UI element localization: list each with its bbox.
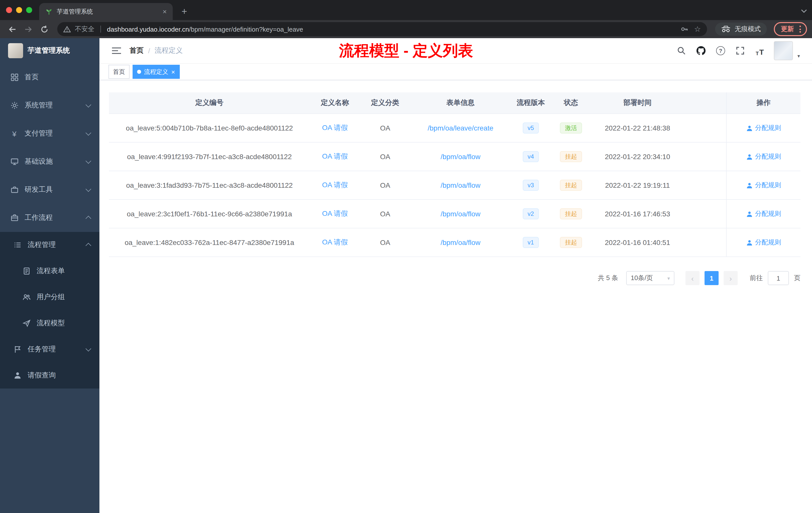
help-icon[interactable]: ? [715,45,726,56]
bookmark-star-icon[interactable]: ☆ [693,25,702,34]
tab-close-icon[interactable]: × [161,7,169,16]
active-tag-dot [137,70,141,74]
deploy-time: 2022-01-16 01:40:51 [605,238,670,246]
header-filler [684,92,726,114]
deploy-time: 2022-01-22 19:19:11 [605,181,670,189]
sidebar-item-user-group[interactable]: 用户分组 [0,284,99,310]
workflow-submenu: 流程管理 流程表单 用户分组 [0,232,99,389]
chrome-update-button[interactable]: 更新 [774,22,807,36]
browser-menu-icon[interactable] [798,26,803,33]
definition-id: oa_leave:5:004b710b-7b8a-11ec-8ef0-acde4… [126,124,293,132]
table-row: oa_leave:3:1fad3d93-7b75-11ec-a3c8-acde4… [109,171,801,200]
pagination: 共 5 条 10条/页 ▾ ‹ 1 › 前往 页 [109,271,801,285]
url-text[interactable]: dashboard.yudao.iocoder.cn/bpm/manager/d… [107,25,676,33]
assign-rule-link[interactable]: 分配规则 [746,181,781,190]
page-size-select[interactable]: 10条/页 ▾ [626,271,674,285]
tag-close-icon[interactable]: × [171,68,175,75]
tag-home[interactable]: 首页 [109,65,129,79]
definition-name-link[interactable]: OA 请假 [322,152,348,161]
search-icon[interactable] [676,45,687,56]
incognito-icon [721,26,731,33]
security-warning-icon[interactable] [63,25,71,33]
sidebar-item-process-management[interactable]: 流程管理 [0,232,99,258]
security-label[interactable]: 不安全 [75,25,94,34]
window-close-button[interactable] [6,7,12,13]
header-operations: 操作 [726,92,801,114]
assign-rule-link[interactable]: 分配规则 [746,123,781,132]
version-tag: v2 [522,208,539,219]
forward-icon[interactable] [21,22,35,36]
briefcase-icon [10,214,19,222]
font-size-icon[interactable]: TT [754,45,765,56]
sidebar-item-leave-query[interactable]: 请假查询 [0,362,99,389]
tag-process-definition[interactable]: 流程定义 × [133,65,179,79]
breadcrumb-home[interactable]: 首页 [129,46,144,55]
user-avatar[interactable] [774,41,793,60]
definition-name-link[interactable]: OA 请假 [322,181,348,190]
update-label: 更新 [781,25,794,34]
sidebar-item-payment[interactable]: ¥ 支付管理 [0,119,99,148]
definition-name-link[interactable]: OA 请假 [322,238,348,247]
sidebar-item-workflow[interactable]: 工作流程 [0,204,99,232]
header-status: 状态 [551,92,591,114]
form-info-link[interactable]: /bpm/oa/flow [441,210,481,218]
header-definition-category: 定义分类 [360,92,410,114]
avatar-caret-icon[interactable]: ▾ [798,53,800,58]
sidebar-logo[interactable]: 芋道管理系统 [0,38,99,63]
form-info-link[interactable]: /bpm/oa/flow [441,238,481,246]
password-key-icon[interactable] [680,25,689,34]
sidebar-item-infrastructure[interactable]: 基础设施 [0,148,99,176]
github-icon[interactable] [696,45,706,56]
header-definition-name: 定义名称 [310,92,360,114]
window-controls [0,0,39,20]
new-tab-button[interactable]: + [178,5,191,18]
prev-page-button[interactable]: ‹ [686,271,699,285]
hamburger-icon[interactable] [108,42,125,60]
dashboard-icon [10,73,19,82]
incognito-label: 无痕模式 [735,25,761,34]
reload-icon[interactable] [37,22,51,36]
assign-rule-link[interactable]: 分配规则 [746,238,781,247]
version-tag: v4 [522,151,539,162]
window-zoom-button[interactable] [26,7,32,13]
address-bar[interactable]: 不安全 dashboard.yudao.iocoder.cn/bpm/manag… [57,22,707,36]
form-info-link[interactable]: /bpm/oa/leave/create [428,124,493,132]
form-info-link[interactable]: /bpm/oa/flow [441,181,481,189]
sidebar-item-task-management[interactable]: 任务管理 [0,336,99,362]
window-minimize-button[interactable] [16,7,22,13]
definition-name-link[interactable]: OA 请假 [322,123,348,132]
next-page-button[interactable]: › [724,271,738,285]
chevron-down-icon [86,346,91,352]
goto-page-input[interactable] [768,271,789,285]
toolbox-icon [10,185,19,194]
top-navbar: 首页 / 流程定义 ? [99,38,812,64]
assign-user-icon [746,153,753,160]
sidebar-item-home[interactable]: 首页 [0,63,99,91]
assign-rule-link[interactable]: 分配规则 [746,209,781,218]
fullscreen-icon[interactable] [735,45,746,56]
assign-rule-link[interactable]: 分配规则 [746,152,781,161]
logo-avatar [8,43,23,58]
deploy-time: 2022-01-22 20:34:10 [605,153,670,161]
page-unit-label: 页 [794,274,801,282]
back-icon[interactable] [5,22,19,36]
form-info-link[interactable]: /bpm/oa/flow [441,153,481,161]
definition-name-link[interactable]: OA 请假 [322,209,348,218]
goto-label: 前往 [750,274,763,282]
browser-tab[interactable]: 芋道管理系统 × [39,3,173,20]
tabstrip-chevron-icon[interactable] [801,6,807,15]
definition-table: 定义编号 定义名称 定义分类 表单信息 流程版本 状态 部署时间 操作 oa_l… [109,92,801,257]
definition-category: OA [380,181,390,189]
sidebar-item-system[interactable]: 系统管理 [0,91,99,119]
url-path: /bpm/manager/definition?key=oa_leave [189,25,303,33]
sidebar-item-process-form[interactable]: 流程表单 [0,258,99,284]
tab-title: 芋道管理系统 [57,7,157,16]
gear-icon [10,101,19,110]
assign-user-icon [746,239,753,246]
flag-icon [13,345,22,354]
sidebar-item-devtools[interactable]: 研发工具 [0,176,99,204]
page-1-button[interactable]: 1 [704,271,719,285]
sidebar-item-process-model[interactable]: 流程模型 [0,310,99,336]
list-icon [13,241,22,249]
pagination-total: 共 5 条 [598,274,618,282]
